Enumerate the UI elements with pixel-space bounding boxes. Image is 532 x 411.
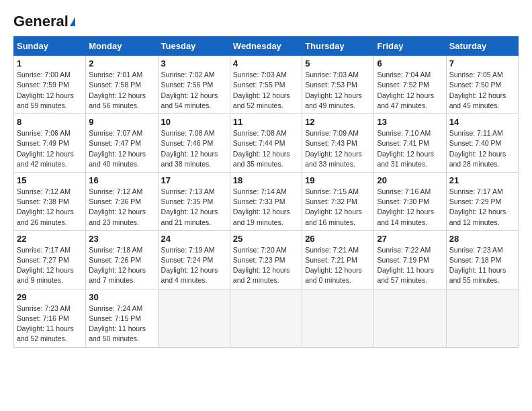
- calendar-cell: [302, 289, 374, 347]
- calendar-table: SundayMondayTuesdayWednesdayThursdayFrid…: [13, 36, 519, 347]
- calendar-cell: 14 Sunrise: 7:11 AMSunset: 7:40 PMDaylig…: [446, 114, 518, 173]
- day-detail: Sunrise: 7:19 AMSunset: 7:24 PMDaylight:…: [161, 246, 218, 285]
- calendar-cell: 22 Sunrise: 7:17 AMSunset: 7:27 PMDaylig…: [14, 230, 86, 289]
- calendar-cell: 10 Sunrise: 7:08 AMSunset: 7:46 PMDaylig…: [158, 114, 230, 173]
- day-detail: Sunrise: 7:12 AMSunset: 7:38 PMDaylight:…: [17, 187, 74, 226]
- header: General: [13, 13, 519, 30]
- day-number: 16: [89, 175, 154, 185]
- day-detail: Sunrise: 7:23 AMSunset: 7:18 PMDaylight:…: [449, 246, 506, 285]
- calendar-cell: 23 Sunrise: 7:18 AMSunset: 7:26 PMDaylig…: [86, 230, 158, 289]
- day-detail: Sunrise: 7:09 AMSunset: 7:43 PMDaylight:…: [305, 129, 362, 168]
- day-number: 22: [17, 234, 83, 244]
- day-number: 18: [233, 175, 299, 185]
- day-number: 15: [17, 175, 83, 185]
- calendar-week-row: 29 Sunrise: 7:23 AMSunset: 7:16 PMDaylig…: [14, 289, 519, 347]
- day-detail: Sunrise: 7:08 AMSunset: 7:44 PMDaylight:…: [233, 129, 290, 168]
- day-detail: Sunrise: 7:02 AMSunset: 7:56 PMDaylight:…: [161, 71, 218, 109]
- col-header-saturday: Saturday: [446, 37, 518, 56]
- day-number: 25: [233, 234, 299, 244]
- col-header-thursday: Thursday: [302, 37, 374, 56]
- col-header-tuesday: Tuesday: [158, 37, 230, 56]
- calendar-week-row: 1 Sunrise: 7:00 AMSunset: 7:59 PMDayligh…: [14, 56, 519, 114]
- calendar-cell: 1 Sunrise: 7:00 AMSunset: 7:59 PMDayligh…: [14, 56, 86, 114]
- day-number: 28: [449, 234, 515, 244]
- day-number: 6: [377, 58, 443, 68]
- day-detail: Sunrise: 7:17 AMSunset: 7:29 PMDaylight:…: [449, 187, 506, 226]
- day-number: 7: [449, 58, 515, 68]
- day-detail: Sunrise: 7:16 AMSunset: 7:30 PMDaylight:…: [377, 187, 434, 226]
- calendar-cell: 17 Sunrise: 7:13 AMSunset: 7:35 PMDaylig…: [158, 172, 230, 230]
- calendar-cell: 24 Sunrise: 7:19 AMSunset: 7:24 PMDaylig…: [158, 230, 230, 289]
- calendar-cell: 16 Sunrise: 7:12 AMSunset: 7:36 PMDaylig…: [86, 172, 158, 230]
- day-detail: Sunrise: 7:07 AMSunset: 7:47 PMDaylight:…: [89, 129, 146, 168]
- calendar-cell: 28 Sunrise: 7:23 AMSunset: 7:18 PMDaylig…: [446, 230, 518, 289]
- calendar-cell: 18 Sunrise: 7:14 AMSunset: 7:33 PMDaylig…: [230, 172, 302, 230]
- day-detail: Sunrise: 7:12 AMSunset: 7:36 PMDaylight:…: [89, 187, 146, 226]
- calendar-cell: 5 Sunrise: 7:03 AMSunset: 7:53 PMDayligh…: [302, 56, 374, 114]
- calendar-cell: 27 Sunrise: 7:22 AMSunset: 7:19 PMDaylig…: [374, 230, 446, 289]
- day-number: 9: [89, 117, 154, 127]
- day-number: 2: [89, 58, 154, 68]
- calendar-cell: 12 Sunrise: 7:09 AMSunset: 7:43 PMDaylig…: [302, 114, 374, 173]
- logo-text-general: General: [13, 13, 69, 30]
- calendar-week-row: 22 Sunrise: 7:17 AMSunset: 7:27 PMDaylig…: [14, 230, 519, 289]
- day-number: 10: [161, 117, 227, 127]
- col-header-wednesday: Wednesday: [230, 37, 302, 56]
- calendar-cell: 15 Sunrise: 7:12 AMSunset: 7:38 PMDaylig…: [14, 172, 86, 230]
- day-detail: Sunrise: 7:23 AMSunset: 7:16 PMDaylight:…: [17, 304, 74, 343]
- calendar-cell: [374, 289, 446, 347]
- day-number: 20: [377, 175, 443, 185]
- calendar-cell: 3 Sunrise: 7:02 AMSunset: 7:56 PMDayligh…: [158, 56, 230, 114]
- day-number: 11: [233, 117, 299, 127]
- day-number: 24: [161, 234, 227, 244]
- day-detail: Sunrise: 7:08 AMSunset: 7:46 PMDaylight:…: [161, 129, 218, 168]
- calendar-cell: [446, 289, 518, 347]
- calendar-week-row: 8 Sunrise: 7:06 AMSunset: 7:49 PMDayligh…: [14, 114, 519, 173]
- day-number: 1: [17, 58, 83, 68]
- calendar-cell: 4 Sunrise: 7:03 AMSunset: 7:55 PMDayligh…: [230, 56, 302, 114]
- day-number: 21: [449, 175, 515, 185]
- day-number: 19: [305, 175, 371, 185]
- calendar-cell: 11 Sunrise: 7:08 AMSunset: 7:44 PMDaylig…: [230, 114, 302, 173]
- calendar-cell: 6 Sunrise: 7:04 AMSunset: 7:52 PMDayligh…: [374, 56, 446, 114]
- day-detail: Sunrise: 7:20 AMSunset: 7:23 PMDaylight:…: [233, 246, 290, 285]
- day-number: 23: [89, 234, 154, 244]
- day-detail: Sunrise: 7:17 AMSunset: 7:27 PMDaylight:…: [17, 246, 74, 285]
- calendar-cell: 25 Sunrise: 7:20 AMSunset: 7:23 PMDaylig…: [230, 230, 302, 289]
- calendar-cell: 21 Sunrise: 7:17 AMSunset: 7:29 PMDaylig…: [446, 172, 518, 230]
- day-number: 8: [17, 117, 83, 127]
- calendar-cell: 30 Sunrise: 7:24 AMSunset: 7:15 PMDaylig…: [86, 289, 158, 347]
- day-detail: Sunrise: 7:21 AMSunset: 7:21 PMDaylight:…: [305, 246, 362, 285]
- calendar-week-row: 15 Sunrise: 7:12 AMSunset: 7:38 PMDaylig…: [14, 172, 519, 230]
- day-number: 26: [305, 234, 371, 244]
- day-number: 14: [449, 117, 515, 127]
- calendar-cell: 13 Sunrise: 7:10 AMSunset: 7:41 PMDaylig…: [374, 114, 446, 173]
- calendar-cell: 20 Sunrise: 7:16 AMSunset: 7:30 PMDaylig…: [374, 172, 446, 230]
- day-number: 3: [161, 58, 227, 68]
- day-number: 17: [161, 175, 227, 185]
- day-detail: Sunrise: 7:14 AMSunset: 7:33 PMDaylight:…: [233, 187, 290, 226]
- calendar-cell: [230, 289, 302, 347]
- day-number: 29: [17, 292, 83, 302]
- calendar-cell: [158, 289, 230, 347]
- day-detail: Sunrise: 7:18 AMSunset: 7:26 PMDaylight:…: [89, 246, 146, 285]
- day-detail: Sunrise: 7:00 AMSunset: 7:59 PMDaylight:…: [17, 71, 74, 109]
- day-number: 27: [377, 234, 443, 244]
- day-number: 5: [305, 58, 371, 68]
- calendar-header-row: SundayMondayTuesdayWednesdayThursdayFrid…: [14, 37, 519, 56]
- day-detail: Sunrise: 7:11 AMSunset: 7:40 PMDaylight:…: [449, 129, 506, 168]
- day-number: 30: [89, 292, 154, 302]
- day-detail: Sunrise: 7:04 AMSunset: 7:52 PMDaylight:…: [377, 71, 434, 109]
- logo-triangle-icon: [70, 17, 75, 26]
- calendar-cell: 26 Sunrise: 7:21 AMSunset: 7:21 PMDaylig…: [302, 230, 374, 289]
- day-detail: Sunrise: 7:10 AMSunset: 7:41 PMDaylight:…: [377, 129, 434, 168]
- col-header-sunday: Sunday: [14, 37, 86, 56]
- day-number: 12: [305, 117, 371, 127]
- col-header-friday: Friday: [374, 37, 446, 56]
- calendar-cell: 7 Sunrise: 7:05 AMSunset: 7:50 PMDayligh…: [446, 56, 518, 114]
- day-detail: Sunrise: 7:05 AMSunset: 7:50 PMDaylight:…: [449, 71, 506, 109]
- day-detail: Sunrise: 7:24 AMSunset: 7:15 PMDaylight:…: [89, 304, 146, 343]
- day-detail: Sunrise: 7:13 AMSunset: 7:35 PMDaylight:…: [161, 187, 218, 226]
- col-header-monday: Monday: [86, 37, 158, 56]
- day-detail: Sunrise: 7:01 AMSunset: 7:58 PMDaylight:…: [89, 71, 146, 109]
